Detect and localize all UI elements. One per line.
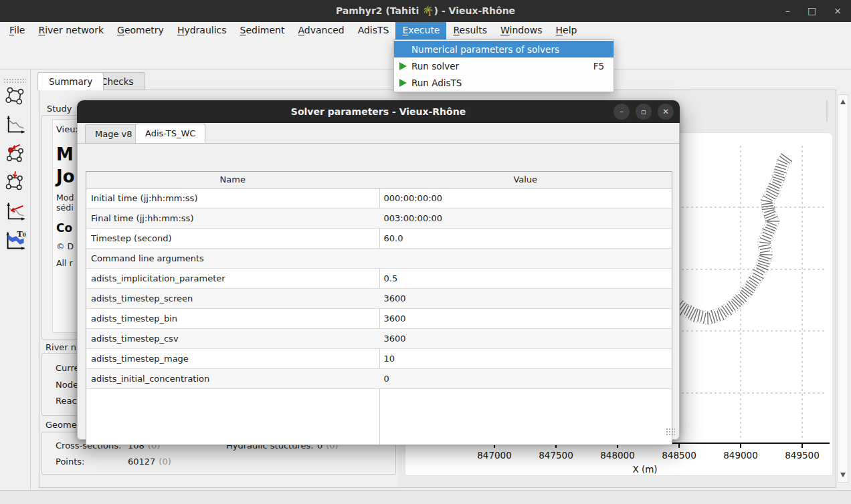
minimize-button[interactable]: – [785,5,790,17]
header-value[interactable]: Value [379,172,672,188]
river-network-button[interactable] [4,84,27,108]
network-icon [5,86,26,107]
param-name-cell: Final time (jj:hh:mm:ss) [86,209,379,228]
table-row[interactable]: adists_timestep_screen3600 [86,289,672,309]
dialog-minimize-button[interactable]: – [613,104,630,120]
table-row[interactable]: adists_timestep_mage10 [86,349,672,369]
initial-conditions-button[interactable]: T₀ [4,229,27,253]
table-row[interactable]: adists_timestep_csv3600 [86,329,672,349]
tab-mage-v8[interactable]: Mage v8 [85,124,143,143]
param-value-cell[interactable] [379,249,672,268]
param-value-cell[interactable]: 60.0 [379,229,672,248]
dialog-size-grip[interactable] [666,428,675,436]
svg-text:T₀: T₀ [17,230,25,239]
menu-geometry[interactable]: Geometry [110,22,171,39]
network-node-button[interactable] [4,140,27,164]
t0-chart-icon: T₀ [5,230,26,251]
solver-parameters-table: Name Value Initial time (jj:hh:mm:ss)000… [86,171,672,445]
cross-section-mark [767,188,779,194]
cross-section-mark [722,306,729,316]
cross-section-mark [739,294,747,301]
cross-section-mark [759,242,771,243]
vertical-scrollbar[interactable] [838,94,848,483]
x-tick-label: 849500 [775,450,829,461]
window-bottom-margin [0,490,851,504]
cross-section-mark [700,311,703,322]
menu-windows[interactable]: Windows [494,22,549,39]
points-value: 60127 [128,457,155,467]
cross-section-mark [759,245,770,247]
tab-adis-ts-wc[interactable]: Adis-TS_WC [135,124,205,143]
cross-section-mark [753,273,764,279]
cross-section-mark [749,280,757,286]
param-value-cell[interactable]: 3600 [379,289,672,308]
tab-summary[interactable]: Summary [37,72,104,90]
cross-section-mark [731,301,738,308]
table-row[interactable]: adists_initial_concentration0 [86,369,672,389]
menu-item-run-adists[interactable]: Run AdisTS [394,74,613,91]
table-row[interactable]: Initial time (jj:hh:mm:ss)000:00:00:00 [86,188,672,209]
param-value-cell[interactable]: 10 [379,349,672,368]
dialog-tabline [78,143,679,144]
menu-results[interactable]: Results [446,22,494,39]
dialog-close-button[interactable]: ✕ [658,104,674,120]
menu-river-network[interactable]: River network [31,22,110,39]
profile-chart-button[interactable] [4,112,27,136]
study-group-label: Study [47,104,72,114]
table-header[interactable]: Name Value [86,172,672,188]
table-row[interactable]: adists_timestep_bin3600 [86,309,672,329]
scroll-down-arrow-icon[interactable] [840,473,846,477]
param-value-cell[interactable]: 3600 [379,329,672,348]
header-name[interactable]: Name [86,172,379,188]
cross-section-mark [690,308,696,320]
table-row[interactable]: Timestep (second)60.0 [86,229,672,249]
side-toolbar-grip[interactable] [3,78,26,83]
param-value-cell[interactable]: 003:00:00:00 [379,209,672,228]
profile-arrow-icon [5,201,26,222]
study-copyright: © D [56,241,74,251]
menu-adists[interactable]: AdisTS [351,22,396,39]
menu-sediment[interactable]: Sediment [233,22,292,39]
param-name-cell: adists_timestep_mage [86,349,379,368]
study-title-line2: Jo [56,166,75,186]
study-desc-line2: sédi [56,203,74,213]
cross-section-mark [775,166,786,170]
table-row[interactable]: Command line arguments [86,249,672,269]
cross-section-mark [736,295,744,303]
table-row[interactable]: Final time (jj:hh:mm:ss)003:00:00:00 [86,209,672,229]
network-reach-button[interactable] [4,168,27,193]
param-value-cell[interactable]: 0.5 [379,269,672,288]
menu-item-numerical-parameters-of-solvers[interactable]: Numerical parameters of solvers [394,41,613,57]
menu-item-run-solver[interactable]: Run solverF5 [394,57,613,74]
menu-help[interactable]: Help [549,22,584,39]
cross-section-mark [760,248,771,250]
study-subheading: Co [56,221,72,235]
dialog-maximize-button[interactable]: ▫ [636,104,652,120]
param-value-cell[interactable]: 3600 [379,309,672,328]
cross-section-mark [777,164,787,166]
menu-file[interactable]: File [3,22,31,39]
menu-hydraulics[interactable]: Hydraulics [171,22,233,39]
study-desc-line1: Mod [56,193,74,203]
cross-section-mark [694,309,698,322]
param-name-cell: Timestep (second) [86,229,379,248]
param-value-cell[interactable]: 0 [379,369,672,388]
cross-section-mark [761,200,772,202]
cross-section-mark [727,303,733,312]
scroll-up-arrow-icon[interactable] [840,100,846,104]
dialog-body: Mage v8 Adis-TS_WC Name Value Initial ti… [77,123,680,440]
dialog-titlebar[interactable]: Solver parameters - Vieux-Rhône – ▫ ✕ [77,100,680,123]
cross-section-mark [704,313,706,324]
table-row[interactable]: adists_implicitation_parameter0.5 [86,269,672,289]
profile-edit-button[interactable] [4,199,27,223]
river-bank-line [678,154,781,312]
cross-section-mark [746,284,755,291]
menu-execute[interactable]: Execute [395,22,446,39]
param-name-cell: adists_timestep_bin [86,309,379,328]
menu-advanced[interactable]: Advanced [291,22,351,39]
cross-section-mark [781,154,791,162]
maximize-button[interactable]: □ [808,5,816,17]
close-button[interactable]: × [834,5,842,17]
cross-section-mark [762,205,773,207]
param-value-cell[interactable]: 000:00:00:00 [379,188,672,208]
